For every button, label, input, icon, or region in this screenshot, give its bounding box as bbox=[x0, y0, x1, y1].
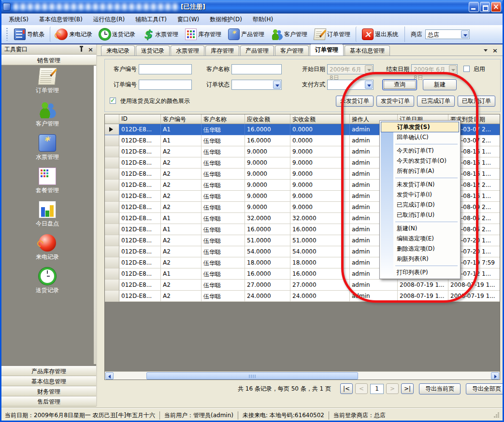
document-tab[interactable]: 基本信息管理 bbox=[345, 45, 390, 56]
row-selector-cell[interactable] bbox=[105, 213, 119, 224]
row-selector-cell[interactable] bbox=[105, 146, 119, 157]
first-page-button[interactable]: |< bbox=[340, 383, 353, 394]
row-selector-cell[interactable] bbox=[105, 157, 119, 169]
document-tab[interactable]: 订单管理 bbox=[310, 44, 344, 56]
enable-checkbox-group[interactable]: 启用 bbox=[463, 65, 485, 73]
page-number-input[interactable] bbox=[370, 384, 384, 394]
row-selector-cell[interactable] bbox=[105, 280, 119, 291]
table-row[interactable]: 012D-E8... A2 伍华聪 27.0000 27.0000 admin … bbox=[105, 280, 500, 291]
context-menu-item[interactable]: 回单确认(C) bbox=[381, 132, 459, 142]
document-tab[interactable]: 水票管理 bbox=[171, 45, 204, 56]
context-menu-item[interactable]: 删除选定项(D) bbox=[381, 244, 459, 254]
toolbar-button[interactable]: 库存管理 bbox=[182, 27, 225, 42]
sidebar-item[interactable]: 今日盘点 bbox=[36, 201, 59, 228]
pin-icon[interactable] bbox=[81, 47, 82, 52]
sidebar-scrollbar[interactable] bbox=[94, 66, 96, 364]
menu-item[interactable]: 窗口(W) bbox=[172, 14, 204, 25]
row-selector-cell[interactable] bbox=[105, 246, 119, 257]
scroll-left-arrow-icon[interactable] bbox=[105, 372, 114, 380]
enable-checkbox[interactable] bbox=[463, 66, 470, 72]
sidebar-item[interactable]: 来电记录 bbox=[36, 234, 59, 261]
close-icon[interactable]: × bbox=[88, 46, 93, 53]
toolbar-button[interactable]: 导航条 bbox=[11, 27, 48, 42]
order-status-filter-button[interactable]: 未发货订单 bbox=[336, 96, 374, 107]
scroll-right-arrow-icon[interactable] bbox=[491, 372, 499, 380]
table-row[interactable]: 012D-E8... A2 伍华聪 24.0000 24.0000 admin … bbox=[105, 291, 500, 302]
export-current-page-button[interactable]: 导出当前页 bbox=[419, 383, 461, 394]
tab-close-icon[interactable]: × bbox=[492, 47, 498, 54]
document-tab[interactable]: 产品管理 bbox=[240, 45, 274, 56]
restore-button[interactable] bbox=[480, 2, 490, 12]
sidebar-item[interactable]: 送货记录 bbox=[36, 267, 59, 295]
column-header[interactable]: 客户编号 bbox=[161, 114, 202, 124]
sidebar-group-bar[interactable]: 产品库存管理 bbox=[1, 366, 96, 376]
row-selector-cell[interactable] bbox=[105, 191, 119, 202]
toolbar-button[interactable]: 客户管理 bbox=[268, 27, 311, 42]
toolbar-button[interactable]: 退出系统 bbox=[356, 27, 402, 42]
sidebar-group-bar[interactable]: 售后管理 bbox=[1, 396, 96, 407]
context-menu-item[interactable]: 订单发货(S) bbox=[381, 122, 459, 132]
resize-grip[interactable] bbox=[494, 413, 499, 418]
sidebar-group-bar[interactable]: 基本信息管理 bbox=[1, 376, 96, 386]
document-tab[interactable]: 客户管理 bbox=[275, 45, 309, 56]
menu-item[interactable]: 数据维护(D) bbox=[204, 14, 247, 25]
menu-item[interactable]: 帮助(H) bbox=[247, 14, 278, 25]
order-status-filter-button[interactable]: 已取消订单 bbox=[458, 96, 495, 107]
row-selector-cell[interactable] bbox=[105, 224, 119, 235]
order-no-input[interactable] bbox=[139, 80, 192, 90]
toolbar-button[interactable]: 订单管理 bbox=[311, 27, 354, 42]
context-menu-item[interactable]: 未发货订单(N) bbox=[381, 180, 459, 190]
customer-name-input[interactable] bbox=[231, 64, 282, 74]
context-menu-item[interactable]: 所有的订单(A) bbox=[381, 166, 459, 176]
scrollbar-thumb[interactable] bbox=[146, 372, 358, 380]
query-button[interactable]: 查询 bbox=[382, 79, 417, 90]
horizontal-scrollbar[interactable] bbox=[105, 371, 500, 380]
toolbar-button[interactable]: 产品管理 bbox=[225, 27, 268, 42]
order-status-filter-button[interactable]: 已完成订单 bbox=[417, 96, 455, 107]
menu-item[interactable]: 运行信息(R) bbox=[88, 14, 130, 25]
toolbar-button[interactable]: 来电记录 bbox=[50, 27, 96, 42]
row-selector-cell[interactable] bbox=[105, 291, 119, 302]
sidebar-item[interactable]: 客户管理 bbox=[36, 101, 59, 128]
toolbar-button[interactable]: 送货记录 bbox=[96, 27, 139, 42]
column-header[interactable]: 实收金额 bbox=[290, 114, 350, 124]
pay-method-combobox[interactable] bbox=[327, 80, 374, 90]
context-menu-item[interactable]: 打印列表(P) bbox=[381, 267, 459, 278]
row-selector-cell[interactable] bbox=[105, 180, 119, 191]
shop-combobox[interactable]: 总店 bbox=[425, 29, 470, 39]
context-menu-item[interactable]: 发货中订单(I) bbox=[381, 190, 459, 200]
row-selector-cell[interactable] bbox=[105, 235, 119, 246]
context-menu-item[interactable]: 今天的订单(T) bbox=[381, 146, 459, 156]
sidebar-item[interactable]: 订单管理 bbox=[36, 68, 59, 95]
row-selector-cell[interactable] bbox=[105, 124, 119, 135]
last-page-button[interactable]: >| bbox=[401, 383, 414, 394]
document-tab[interactable]: 来电记录 bbox=[101, 45, 135, 56]
delivery-color-checkbox[interactable] bbox=[110, 98, 116, 104]
menu-item[interactable]: 系统(S) bbox=[3, 14, 34, 25]
column-header[interactable]: ID bbox=[119, 114, 161, 124]
row-selector-cell[interactable] bbox=[105, 135, 119, 146]
close-button[interactable] bbox=[491, 2, 501, 12]
color-checkbox-group[interactable]: 使用送货员定义的颜色展示 bbox=[110, 97, 190, 105]
context-menu-item[interactable]: 刷新列表(R) bbox=[381, 254, 459, 264]
row-selector-cell[interactable] bbox=[105, 169, 119, 180]
row-selector-cell[interactable] bbox=[105, 257, 119, 268]
minimize-button[interactable] bbox=[469, 2, 479, 12]
sidebar-group-sales[interactable]: 销售管理 bbox=[1, 55, 96, 65]
document-tab[interactable]: 库存管理 bbox=[205, 45, 239, 56]
sidebar-group-bar[interactable]: 财务管理 bbox=[1, 386, 96, 396]
menu-item[interactable]: 基本信息管理(B) bbox=[34, 14, 88, 25]
context-menu-item[interactable]: 已完成订单(D) bbox=[381, 200, 459, 210]
context-menu-item[interactable]: 新建(N) bbox=[381, 224, 459, 234]
menu-item[interactable]: 辅助工具(T) bbox=[130, 14, 172, 25]
new-button[interactable]: 新建 bbox=[423, 79, 457, 90]
column-header[interactable]: 客户名称 bbox=[202, 114, 245, 124]
customer-no-input[interactable] bbox=[139, 64, 192, 74]
order-status-filter-button[interactable]: 发货中订单 bbox=[376, 96, 414, 107]
column-header[interactable]: 应收金额 bbox=[245, 114, 290, 124]
row-selector-cell[interactable] bbox=[105, 202, 119, 213]
tab-list-dropdown-icon[interactable] bbox=[484, 49, 488, 52]
toolbar-button[interactable]: 水票管理 bbox=[139, 27, 182, 42]
context-menu-item[interactable]: 今天的发货订单(O) bbox=[381, 156, 459, 166]
sidebar-item[interactable]: 水票管理 bbox=[36, 134, 59, 161]
